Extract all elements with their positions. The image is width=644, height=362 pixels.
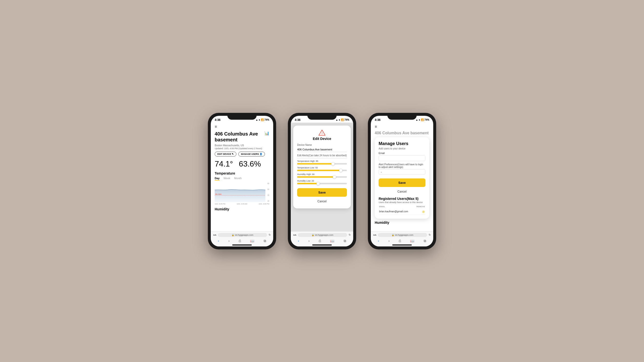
- svg-text:Min Alert: Min Alert: [215, 193, 222, 195]
- status-icons-2: ▲ ● 📶 74%: [336, 118, 349, 121]
- signal-wifi-battery-icon-2: ▲ ● 📶 74%: [336, 118, 349, 121]
- browser-url-2: 🔒 iot.hyggeapps.com: [298, 233, 347, 237]
- temp-high-slider-group: Temperature High: 85: [297, 160, 347, 165]
- tabs-icon-1[interactable]: ⧉: [264, 239, 266, 243]
- share-icon-3[interactable]: ⎙: [399, 239, 401, 243]
- humidity-high-label: Humidity High: 90: [297, 173, 347, 176]
- tabs-icon-3[interactable]: ⧉: [424, 239, 426, 243]
- manage-users-title: Manage Users: [378, 141, 426, 146]
- users-table-header: EMAIL REMOVE: [378, 206, 426, 208]
- temp-tabs: Day Week Month: [215, 177, 269, 181]
- temp-low-fill: [297, 170, 341, 171]
- temp-high-thumb[interactable]: [331, 162, 335, 166]
- manage-users-button[interactable]: MANAGE USERS 👤: [238, 152, 265, 156]
- notch-3: [388, 113, 417, 120]
- nav-bar-1: ‹ › ⎙ 📖 ⧉: [213, 238, 271, 244]
- forward-icon-1[interactable]: ›: [228, 239, 230, 243]
- reload-icon-2[interactable]: ↻: [348, 233, 351, 236]
- edit-device-cancel-button[interactable]: Cancel: [297, 198, 347, 205]
- phone-1: 4:36 ▲ ● 📶 74% ≡ 406 Columbus Ave baseme…: [208, 113, 276, 249]
- temperature-chart: 80 60 40 20: [215, 183, 269, 202]
- lock-icon-2: 🔒: [312, 234, 315, 236]
- email-input[interactable]: [378, 155, 426, 161]
- time-2: 4:36: [295, 118, 300, 122]
- bottom-bar-1: AA 🔒 iot.hyggeapps.com ↻ ‹ › ⎙ 📖 ⧉: [211, 231, 273, 246]
- action-buttons: EDIT DEVICE ✎ MANAGE USERS 👤: [215, 152, 269, 156]
- humidity-section-title-3: Humidity: [375, 221, 429, 225]
- temperature-value: 74.1°: [215, 159, 233, 168]
- hamburger-icon[interactable]: ≡: [215, 125, 269, 129]
- humidity-low-slider-group: Humidity Low: 20: [297, 180, 347, 184]
- browser-bar-3: AA 🔒 iot.hyggeapps.com ↻: [373, 233, 431, 237]
- home-indicator-3: [392, 245, 412, 246]
- humidity-high-thumb[interactable]: [333, 175, 336, 179]
- phone3-content: ≡ 406 Columbus Ave basement Manage Users…: [371, 123, 433, 231]
- tab-month[interactable]: Month: [234, 177, 242, 181]
- tab-week[interactable]: Week: [224, 177, 230, 181]
- back-icon-2[interactable]: ‹: [298, 239, 299, 243]
- temp-low-track[interactable]: [297, 170, 347, 171]
- manage-users-save-button[interactable]: Save: [378, 178, 426, 187]
- temp-high-track[interactable]: [297, 163, 347, 165]
- browser-bar-2: AA 🔒 iot.hyggeapps.com ↻: [293, 233, 351, 237]
- lock-icon: 🔒: [232, 234, 235, 236]
- device-location: Boston Massachusetts, US: [215, 144, 269, 147]
- edit-device-overlay: ! Edit Device Device Name Edit Alerts(Ca…: [291, 123, 353, 231]
- time-1: 4:36: [215, 118, 220, 122]
- signal-chart-icon: 📊: [264, 131, 269, 136]
- forward-icon-3[interactable]: ›: [388, 239, 390, 243]
- humidity-low-thumb[interactable]: [316, 182, 320, 185]
- phone2-content: ! Edit Device Device Name Edit Alerts(Ca…: [291, 123, 353, 231]
- humidity-high-track[interactable]: [297, 176, 347, 178]
- humidity-low-track[interactable]: [297, 183, 347, 184]
- browser-aa-3[interactable]: AA: [373, 234, 376, 236]
- email-field-label: Email: [378, 152, 426, 155]
- phones-container: 4:36 ▲ ● 📶 74% ≡ 406 Columbus Ave baseme…: [198, 103, 446, 259]
- humidity-high-fill: [297, 176, 334, 178]
- alert-prefs-select[interactable]: -: [378, 169, 426, 175]
- temp-low-label: Temperature Low: 50: [297, 166, 347, 169]
- col-email-header: EMAIL: [379, 206, 385, 208]
- device-name-input[interactable]: [297, 147, 347, 152]
- browser-aa-1[interactable]: AA: [213, 234, 216, 236]
- temp-high-fill: [297, 163, 333, 165]
- forward-icon-2[interactable]: ›: [308, 239, 310, 243]
- reload-icon-1[interactable]: ↻: [268, 233, 271, 236]
- user-email-0: brian.kaufman@gmail.com: [379, 210, 408, 213]
- back-icon-1[interactable]: ‹: [218, 239, 219, 243]
- edit-device-title: Edit Device: [297, 137, 347, 141]
- chart-x-labels: 10/2, 6:05 PM 10/3, 4:05 AM 10/3, 4:06 P…: [215, 203, 269, 205]
- y-axis-labels: 80 60 40 20: [267, 183, 269, 202]
- bg-title-text: 406 Columbus Ave basement: [375, 131, 429, 135]
- bookmarks-icon-2[interactable]: 📖: [330, 239, 334, 243]
- back-icon-3[interactable]: ‹: [378, 239, 379, 243]
- notch-2: [307, 113, 337, 120]
- hamburger-icon-3[interactable]: ≡: [375, 125, 429, 129]
- phone-2: 4:36 ▲ ● 📶 74% !: [288, 113, 356, 249]
- signal-wifi-battery-icon: ▲ ● 📶 74%: [256, 118, 269, 121]
- bg-device-title-3: 406 Columbus Ave basement: [375, 131, 429, 135]
- lock-icon-3: 🔒: [392, 234, 395, 236]
- bottom-bar-2: AA 🔒 iot.hyggeapps.com ↻ ‹ › ⎙ 📖 ⧉: [291, 231, 353, 246]
- device-title-1: 406 Columbus Ave basement: [215, 131, 264, 143]
- bookmarks-icon-1[interactable]: 📖: [250, 239, 254, 243]
- humidity-section-title: Humidity: [215, 207, 269, 211]
- edit-device-button[interactable]: EDIT DEVICE ✎: [215, 152, 236, 156]
- bookmarks-icon-3[interactable]: 📖: [410, 239, 414, 243]
- tab-day[interactable]: Day: [215, 177, 220, 181]
- edit-device-save-button[interactable]: Save: [297, 188, 347, 197]
- browser-aa-2[interactable]: AA: [293, 234, 296, 236]
- share-icon-2[interactable]: ⎙: [319, 239, 321, 243]
- nav-bar-2: ‹ › ⎙ 📖 ⧉: [293, 238, 351, 244]
- remove-user-icon-0[interactable]: ⊗: [422, 210, 425, 214]
- manage-users-subtitle: Add users to your device: [378, 147, 426, 150]
- reload-icon-3[interactable]: ↻: [428, 233, 431, 236]
- home-indicator-1: [232, 245, 252, 246]
- manage-users-cancel-button[interactable]: Cancel: [378, 188, 426, 195]
- temp-low-thumb[interactable]: [339, 169, 342, 172]
- user-row-0: brian.kaufman@gmail.com ⊗: [378, 209, 426, 215]
- share-icon-1[interactable]: ⎙: [239, 239, 241, 243]
- status-icons-3: ▲ ● 📶 74%: [416, 118, 429, 121]
- tabs-icon-2[interactable]: ⧉: [344, 239, 346, 243]
- humidity-high-slider-group: Humidity High: 90: [297, 173, 347, 178]
